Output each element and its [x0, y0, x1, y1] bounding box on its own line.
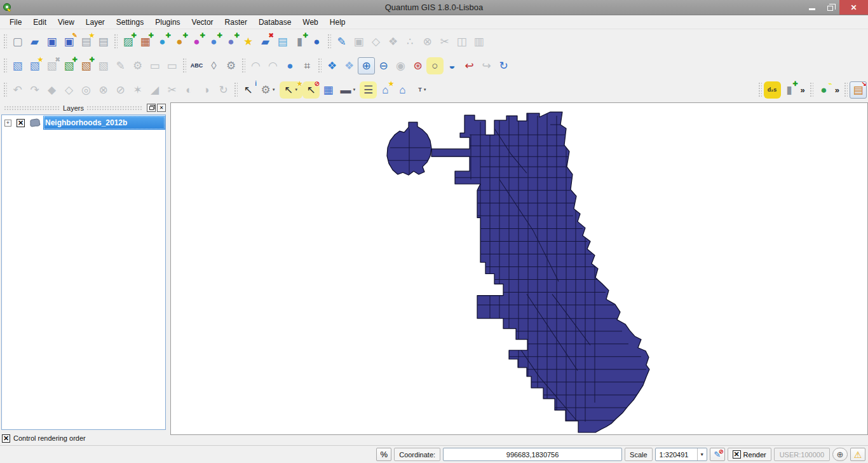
scale-combobox[interactable]: 1:320491 ▼ [655, 448, 707, 461]
scale-dropdown-arrow[interactable]: ▼ [697, 448, 707, 460]
zoom-next-button[interactable]: ↪ [478, 57, 495, 74]
node-tool-button[interactable]: ∴ [402, 33, 419, 50]
reshape-features-button[interactable]: ◢ [146, 81, 163, 99]
new-project-button[interactable]: ▢ [9, 33, 26, 50]
toolbar-handle[interactable] [327, 34, 331, 49]
move-label-button[interactable]: ◊ [205, 57, 222, 74]
coordinate-input[interactable] [443, 448, 622, 461]
toolbar-extension-1-button[interactable]: » [798, 85, 808, 95]
new-mapset-button[interactable]: ▧★ [26, 57, 43, 74]
add-wfs-layer-button[interactable]: ●✚ [222, 33, 240, 50]
zoom-last-button[interactable]: ↩ [461, 57, 478, 74]
menu-file[interactable]: File [4, 16, 27, 29]
run-feature-action-button[interactable]: ⚙▼ [257, 81, 280, 99]
evis-button[interactable]: ●⌁ [815, 81, 832, 99]
crs-status-button[interactable]: ⊕ [832, 448, 848, 461]
grass-shell-button[interactable]: ▧ [95, 57, 112, 74]
save-project-as-button[interactable]: ▣✎ [60, 33, 78, 50]
redo-button[interactable]: ↷ [26, 81, 43, 99]
rotate-point-symbols-button[interactable]: ↻ [215, 81, 232, 99]
gps-tools-button[interactable]: ▮✚ [291, 33, 308, 50]
menu-database[interactable]: Database [253, 16, 297, 29]
save-project-button[interactable]: ▣ [43, 33, 60, 50]
dxf2shp-converter-button[interactable]: d₂s [764, 81, 781, 99]
paste-features-button[interactable]: ▥ [470, 33, 487, 50]
identify-features-button[interactable]: ↖i [240, 81, 257, 99]
toolbar-handle[interactable] [234, 82, 238, 97]
pan-to-selection-button[interactable]: ❖ [341, 57, 358, 74]
map-tips-button[interactable]: ☰ [360, 81, 377, 99]
georeferencer-button[interactable]: ⌗ [299, 57, 316, 74]
copy-features-button[interactable]: ◫ [453, 33, 470, 50]
merge-features-button[interactable]: ◐ [180, 81, 198, 99]
quick-print-button[interactable]: ▤↘ [850, 81, 867, 99]
toolbar-handle[interactable] [182, 58, 186, 73]
grass-edit-button[interactable]: ✎ [112, 57, 129, 74]
close-mapset-button[interactable]: ▧✖ [43, 57, 60, 74]
add-spatialite-layer-button[interactable]: ●✚ [171, 33, 188, 50]
render-toggle[interactable]: ✕ Render [728, 448, 771, 461]
menu-raster[interactable]: Raster [219, 16, 253, 29]
measure-line-button[interactable]: ▬▼ [337, 81, 360, 99]
deselect-features-button[interactable]: ↖⊘ [302, 81, 320, 99]
zoom-to-selection-button[interactable]: ◉ [392, 57, 409, 74]
add-postgis-layer-button[interactable]: ●✚ [154, 33, 171, 50]
zoom-full-button[interactable]: ○ [426, 57, 444, 74]
layer-expand-toggle[interactable]: + [4, 120, 11, 127]
control-rendering-order-checkbox[interactable]: ✕ [2, 434, 10, 443]
add-grass-vector-layer-button[interactable]: ▧✚ [60, 57, 78, 74]
zoom-in-button[interactable]: ⊕ [358, 57, 375, 74]
simplify-feature-button[interactable]: ◇ [60, 81, 78, 99]
move-feature-button[interactable]: ❖ [384, 33, 402, 50]
stop-rendering-button[interactable]: ✎ ⊘ [710, 448, 725, 461]
restore-button[interactable] [821, 0, 839, 15]
rotate-feature-button[interactable]: ◆ [43, 81, 60, 99]
toolbar-extension-2-button[interactable]: » [832, 85, 842, 95]
delete-part-button[interactable]: ⊗ [95, 81, 112, 99]
new-bookmark-button[interactable]: ⌂★ [377, 81, 394, 99]
toolbar-handle[interactable] [3, 34, 7, 49]
show-bookmarks-button[interactable]: ⌂ [394, 81, 411, 99]
toolbar-handle[interactable] [844, 82, 848, 97]
toolbar-handle[interactable] [241, 58, 245, 73]
fill-ring-button[interactable]: ⊘ [112, 81, 129, 99]
grass-edit-region-button[interactable]: ▭ [163, 57, 180, 74]
menu-plugins[interactable]: Plugins [149, 16, 186, 29]
render-checkbox[interactable]: ✕ [733, 450, 741, 459]
grass-region-button[interactable]: ▭ [146, 57, 163, 74]
add-vector-layer-button[interactable]: ▨✚ [119, 33, 137, 50]
menu-settings[interactable]: Settings [111, 16, 149, 29]
spatialite-manager-button[interactable]: ● [308, 33, 325, 50]
delete-selected-button[interactable]: ⊗ [419, 33, 436, 50]
menu-view[interactable]: View [52, 16, 80, 29]
pan-map-button[interactable]: ❖ [323, 57, 341, 74]
save-edits-button[interactable]: ▣ [350, 33, 367, 50]
zoom-full-extent-button[interactable]: ⊛ [409, 57, 426, 74]
grass-tools-button[interactable]: ⚙ [129, 57, 146, 74]
menu-web[interactable]: Web [297, 16, 323, 29]
toggle-editing-button[interactable]: ✎ [333, 33, 350, 50]
toolbar-handle[interactable] [318, 58, 322, 73]
minimize-button[interactable] [803, 0, 821, 15]
add-raster-layer-button[interactable]: ▦✚ [137, 33, 154, 50]
dock-close-button[interactable]: ✕ [157, 104, 166, 112]
toolbar-handle[interactable] [810, 82, 813, 97]
coordinate-capture-button[interactable]: ● [281, 57, 299, 74]
cut-features-button[interactable]: ✂ [436, 33, 453, 50]
extents-toggle-button[interactable]: % [376, 448, 391, 461]
menu-edit[interactable]: Edit [27, 16, 52, 29]
close-button[interactable]: ✕ [839, 0, 868, 15]
messages-warning-button[interactable]: ⚠ [850, 448, 865, 461]
raster-histogram-stretch-button[interactable]: ◠ [247, 57, 264, 74]
menu-vector[interactable]: Vector [186, 16, 219, 29]
undo-button[interactable]: ↶ [9, 81, 26, 99]
labeling-button[interactable]: ABC [188, 57, 205, 74]
open-project-button[interactable]: ▰ [26, 33, 43, 50]
toolbar-handle[interactable] [3, 58, 7, 73]
text-annotation-dropdown-arrow[interactable]: ▼ [423, 88, 427, 92]
new-print-composer-button[interactable]: ▤★ [78, 33, 95, 50]
zoom-to-layer-button[interactable]: ◒ [444, 57, 461, 74]
toolbar-handle[interactable] [758, 82, 762, 97]
print-composers-button[interactable]: ▤ [95, 33, 112, 50]
add-grass-raster-layer-button[interactable]: ▧✚ [78, 57, 95, 74]
